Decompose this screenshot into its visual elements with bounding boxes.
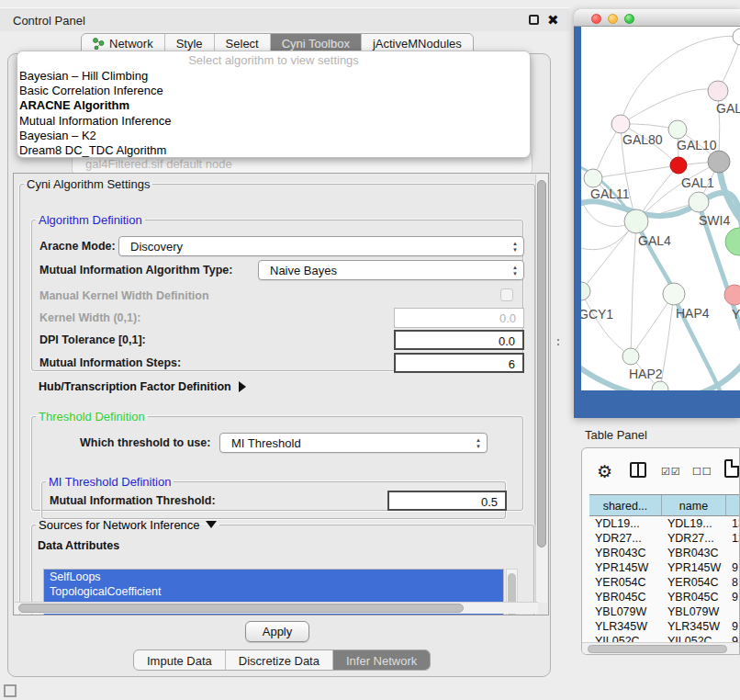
close-icon[interactable]: ✖	[547, 12, 559, 28]
node-hap4	[663, 283, 685, 305]
node-green	[725, 228, 740, 255]
table-panel: ⚙ ☑☑ ☐☐ shared... name YDL19...YDL19...1…	[581, 447, 740, 655]
stepper-arrows-icon: ▲▼	[512, 265, 518, 277]
column-header[interactable]: name	[662, 495, 726, 515]
node-table: shared... name YDL19...YDL19...13 YDR27.…	[589, 494, 740, 649]
dpi-tolerance-label: DPI Tolerance [0,1]:	[39, 333, 146, 346]
kernel-width-label: Kernel Width (0,1):	[39, 311, 140, 324]
cyni-algorithm-settings-title: Cyni Algorithm Settings	[24, 177, 152, 191]
list-item[interactable]: SelfLoops	[44, 570, 503, 584]
mi-steps-input[interactable]: 6	[394, 353, 524, 373]
aracne-mode-select[interactable]: Discovery ▲▼	[118, 236, 524, 256]
collapsed-arrow-icon	[239, 381, 246, 392]
dropdown-item[interactable]: Bayesian – K2	[17, 129, 530, 143]
node-label: GAL11	[590, 186, 630, 201]
node-label: Y	[732, 307, 740, 322]
deselect-all-checkboxes-icon[interactable]: ☐☐	[692, 466, 712, 478]
dropdown-item-selected[interactable]: ARACNE Algorithm	[17, 98, 530, 113]
minimize-traffic-light-icon[interactable]	[608, 14, 618, 24]
table-row[interactable]: YDL19...YDL19...13	[589, 516, 740, 531]
dpi-tolerance-input[interactable]: 0.0	[394, 330, 524, 350]
tab-discretize-data[interactable]: Discretize Data	[226, 650, 333, 670]
dropdown-placeholder: Select algorithm to view settings	[17, 53, 530, 69]
mi-threshold-input[interactable]: 0.5	[387, 491, 507, 511]
expanded-arrow-icon	[206, 521, 217, 528]
threshold-definition-title: Threshold Definition	[36, 410, 148, 423]
export-table-icon[interactable]	[724, 459, 739, 478]
dropdown-item[interactable]: Dream8 DC_TDC Algorithm	[17, 143, 530, 158]
kernel-width-input[interactable]: 0.0	[394, 308, 524, 328]
network-window-titlebar[interactable]	[574, 9, 740, 27]
dropdown-item[interactable]: Basic Correlation Inference	[17, 84, 530, 98]
zoom-traffic-light-icon[interactable]	[624, 14, 634, 24]
column-header[interactable]: shared...	[589, 495, 662, 515]
column-header[interactable]	[726, 495, 740, 515]
settings-vertical-scrollbar[interactable]	[535, 175, 547, 603]
scrollbar-thumb[interactable]	[588, 645, 727, 653]
mi-threshold-row: Mutual Information Threshold: 0.5	[50, 491, 498, 511]
node-label: GAL4	[638, 233, 671, 248]
mi-steps-row: Mutual Information Steps: 6	[39, 353, 515, 373]
settings-scrollpane: Cyni Algorithm Settings Algorithm Defini…	[13, 173, 549, 615]
node-label: GCY1	[581, 307, 613, 322]
threshold-definition-group: Threshold Definition Which threshold to …	[31, 410, 523, 511]
manual-kernel-row: Manual Kernel Width Definition	[39, 286, 515, 306]
scrollbar-thumb[interactable]	[18, 604, 464, 613]
mi-algorithm-type-select[interactable]: Naive Bayes ▲▼	[258, 260, 524, 280]
dropdown-item[interactable]: Bayesian – Hill Climbing	[17, 69, 530, 84]
list-item[interactable]: gal4RGexp	[44, 614, 503, 615]
table-row[interactable]: YPR145WYPR145W9.	[589, 560, 740, 575]
algorithm-definition-title: Algorithm Definition	[36, 213, 145, 227]
aracne-mode-row: Aracne Mode: Discovery ▲▼	[39, 236, 515, 256]
bottom-tabbar: Impute Data Discretize Data Infer Networ…	[133, 649, 431, 671]
hub-definition-toggle[interactable]: Hub/Transcription Factor Definition	[39, 380, 246, 393]
tab-impute-data[interactable]: Impute Data	[134, 650, 226, 670]
node-gal1	[670, 157, 687, 174]
settings-horizontal-scrollbar[interactable]	[15, 602, 538, 614]
node-gcy1	[581, 282, 590, 300]
sources-title: Sources for Network Inference	[36, 518, 219, 532]
node-gal80	[611, 115, 630, 133]
splitter-grip[interactable]	[556, 338, 561, 347]
table-row[interactable]: YDR27...YDR27...12	[589, 531, 740, 546]
tab-infer-network[interactable]: Infer Network	[333, 650, 430, 670]
table-panel-title: Table Panel	[585, 428, 647, 442]
node-gal11	[584, 169, 602, 187]
node-label: HAP2	[629, 367, 663, 381]
network-canvas[interactable]: GAL GAL80 GAL10 GAL1 GAL11 SWI4 GAL4 GCY…	[581, 27, 740, 390]
node-label: GAL1	[681, 175, 714, 190]
node-label: HAP4	[676, 306, 710, 321]
which-threshold-select[interactable]: MI Threshold ▲▼	[219, 433, 488, 453]
node-hap2	[622, 348, 639, 365]
apply-button[interactable]: Apply	[245, 621, 309, 642]
algorithm-dropdown: Select algorithm to view settings Bayesi…	[17, 51, 531, 158]
node-label: GAL10	[677, 138, 717, 152]
table-row[interactable]: YBL079WYBL079W	[589, 604, 740, 619]
scrollbar-thumb[interactable]	[537, 180, 546, 548]
list-item[interactable]: TopologicalCoefficient	[44, 584, 503, 599]
node-swi4	[689, 192, 709, 212]
table-row[interactable]: YBR043CYBR043C	[589, 546, 740, 560]
collapsed-panel-icon[interactable]	[4, 684, 17, 697]
table-row[interactable]: YBR045CYBR045C9.	[589, 590, 740, 604]
manual-kernel-checkbox[interactable]	[500, 288, 513, 301]
data-attributes-label: Data Attributes	[38, 539, 119, 552]
select-all-checkboxes-icon[interactable]: ☑☑	[661, 466, 681, 478]
network-icon	[93, 38, 105, 50]
stepper-arrows-icon: ▲▼	[512, 241, 518, 254]
manual-kernel-label: Manual Kernel Width Definition	[39, 289, 209, 302]
node	[733, 28, 740, 45]
close-traffic-light-icon[interactable]	[591, 14, 601, 24]
dropdown-item[interactable]: Mutual Information Inference	[17, 114, 530, 129]
node-salmon	[724, 285, 740, 305]
columns-icon[interactable]	[630, 462, 646, 478]
stepper-arrows-icon: ▲▼	[476, 437, 481, 450]
mi-steps-label: Mutual Information Steps:	[39, 356, 181, 369]
table-horizontal-scrollbar[interactable]	[582, 642, 740, 655]
table-row[interactable]: YLR345WYLR345W9.	[589, 619, 740, 634]
mi-algorithm-type-row: Mutual Information Algorithm Type: Naive…	[39, 260, 515, 280]
gear-icon[interactable]: ⚙	[597, 461, 612, 482]
which-threshold-label: Which threshold to use:	[80, 436, 210, 449]
table-row[interactable]: YER054CYER054C8.	[589, 575, 740, 590]
float-window-icon[interactable]	[529, 15, 539, 25]
